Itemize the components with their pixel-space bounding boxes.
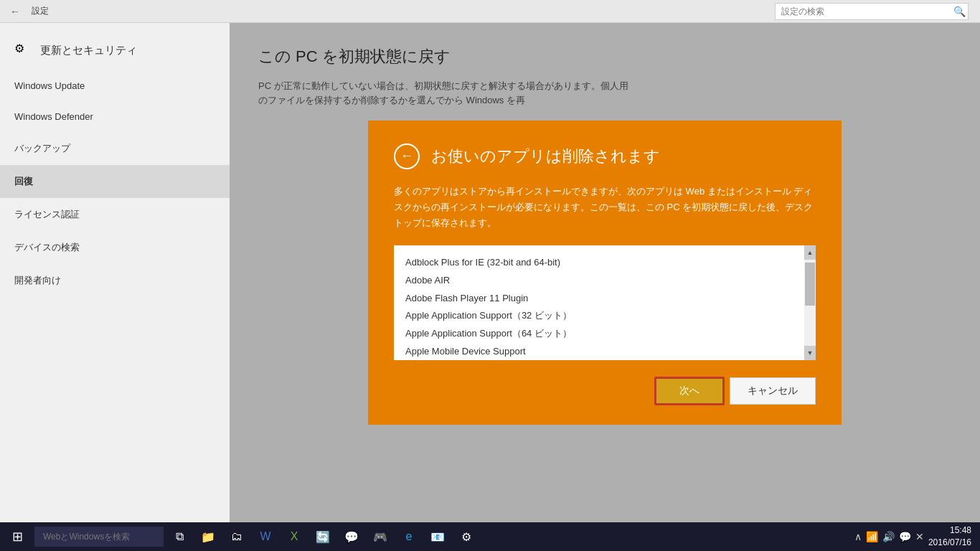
list-item: Apple Application Support（32 ビット）	[405, 307, 793, 325]
app-list-container: Adblock Plus for IE (32-bit and 64-bit)A…	[394, 245, 816, 360]
titlebar-title: 設定	[32, 5, 49, 17]
sidebar-header-title: 更新とセキュリティ	[40, 44, 137, 57]
main-content: この PC を初期状態に戻す PC が正常に動作していない場合は、初期状態に戻す…	[230, 23, 980, 522]
scrollbar-track: ▲ ▼	[804, 245, 816, 360]
taskbar-close-icon[interactable]: ✕	[915, 531, 924, 542]
settings-icon: ⚙	[14, 42, 32, 59]
scrollbar-down-button[interactable]: ▼	[804, 346, 816, 360]
sidebar-item-backup[interactable]: バックアップ	[0, 132, 230, 165]
list-item: Adobe Flash Player 11 Plugin	[405, 290, 793, 308]
sidebar-item-windows-update[interactable]: Windows Update	[0, 70, 230, 101]
modal-overlay: ← お使いのアプリは削除されます 多くのアプリはストアから再インストールできます…	[230, 23, 980, 522]
search-icon[interactable]: 🔍	[953, 6, 966, 17]
app-container: ⚙ 更新とセキュリティ Windows Update Windows Defen…	[0, 23, 980, 522]
clock-time: 15:48	[928, 524, 971, 537]
taskbar-explorer[interactable]: 📁	[195, 522, 221, 551]
clock-date: 2016/07/16	[928, 537, 971, 549]
sidebar-header: ⚙ 更新とセキュリティ	[0, 30, 230, 70]
taskbar-task-view[interactable]: ⧉	[166, 522, 192, 551]
taskbar-volume-icon[interactable]: 🔊	[882, 531, 895, 542]
taskbar-settings[interactable]: ⚙	[453, 522, 479, 551]
cancel-button[interactable]: キャンセル	[730, 377, 816, 405]
taskbar-excel[interactable]: X	[281, 522, 307, 551]
taskbar-app3[interactable]: 🎮	[367, 522, 393, 551]
list-item: Apple Mobile Device Support	[405, 343, 793, 361]
dialog: ← お使いのアプリは削除されます 多くのアプリはストアから再インストールできます…	[368, 121, 842, 425]
search-input[interactable]	[775, 3, 969, 20]
taskbar-ie[interactable]: e	[396, 522, 422, 551]
dialog-description: 多くのアプリはストアから再インストールできますが、次のアプリは Web またはイ…	[394, 184, 816, 231]
taskbar-files[interactable]: 🗂	[224, 522, 250, 551]
scrollbar-up-button[interactable]: ▲	[804, 245, 816, 260]
sidebar-item-windows-defender[interactable]: Windows Defender	[0, 101, 230, 132]
taskbar-word[interactable]: W	[253, 522, 278, 551]
taskbar: ⊞ ⧉ 📁 🗂 W X 🔄 💬 🎮 e 📧 ⚙ ∧ 📶 🔊 💬 ✕ 15:48 …	[0, 522, 980, 551]
taskbar-chevron-up[interactable]: ∧	[854, 531, 862, 542]
app-list: Adblock Plus for IE (32-bit and 64-bit)A…	[394, 245, 804, 360]
dialog-back-button[interactable]: ←	[394, 143, 420, 169]
dialog-header: ← お使いのアプリは削除されます	[394, 143, 816, 169]
taskbar-app2[interactable]: 💬	[339, 522, 364, 551]
dialog-buttons: 次へ キャンセル	[394, 377, 816, 405]
list-item: Adblock Plus for IE (32-bit and 64-bit)	[405, 254, 793, 272]
search-bar: 🔍	[775, 3, 969, 20]
taskbar-clock[interactable]: 15:48 2016/07/16	[928, 524, 971, 549]
sidebar: ⚙ 更新とセキュリティ Windows Update Windows Defen…	[0, 23, 230, 522]
titlebar-left: ← 設定	[6, 2, 49, 21]
next-button-label: 次へ	[679, 385, 699, 396]
back-button[interactable]: ←	[6, 2, 24, 21]
sidebar-item-device-search[interactable]: デバイスの検索	[0, 231, 230, 264]
next-button[interactable]: 次へ	[655, 377, 724, 405]
taskbar-app1[interactable]: 🔄	[310, 522, 336, 551]
list-item: Apple Application Support（64 ビット）	[405, 325, 793, 343]
sidebar-item-developer[interactable]: 開発者向け	[0, 264, 230, 297]
start-button[interactable]: ⊞	[3, 522, 32, 551]
taskbar-app4[interactable]: 📧	[425, 522, 451, 551]
list-item: Adobe AIR	[405, 272, 793, 290]
taskbar-right: ∧ 📶 🔊 💬 ✕ 15:48 2016/07/16	[854, 524, 977, 549]
titlebar: ← 設定 🔍 ─ □ ✕	[0, 0, 980, 23]
taskbar-notification-icon[interactable]: 💬	[899, 531, 911, 542]
taskbar-network-icon[interactable]: 📶	[866, 531, 878, 542]
scrollbar-thumb[interactable]	[805, 263, 815, 306]
sidebar-item-license[interactable]: ライセンス認証	[0, 198, 230, 231]
sidebar-item-recovery[interactable]: 回復	[0, 165, 230, 198]
taskbar-search[interactable]	[34, 527, 164, 547]
dialog-title: お使いのアプリは削除されます	[431, 146, 660, 167]
taskbar-left: ⊞ ⧉ 📁 🗂 W X 🔄 💬 🎮 e 📧 ⚙	[3, 522, 479, 551]
